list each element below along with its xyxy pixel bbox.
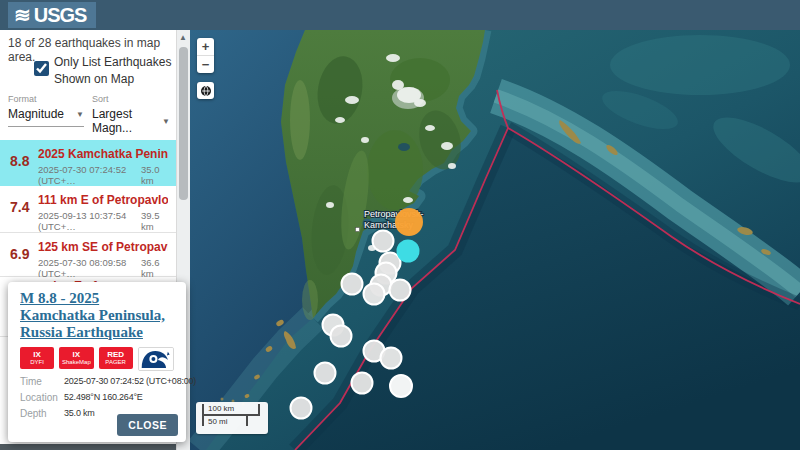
earthquake-datetime: 2025-07-30 08:09:58 (UTC+… bbox=[38, 257, 141, 279]
usgs-logo-text: USGS bbox=[34, 4, 87, 27]
filter-checkbox-row: Only List Earthquakes Shown on Map bbox=[30, 54, 180, 89]
earthquake-marker[interactable] bbox=[352, 373, 373, 394]
earthquake-marker[interactable] bbox=[390, 280, 411, 301]
earthquake-list-item-1[interactable]: 8.8 2025 Kamchatka Peninsula, … 2025-07-… bbox=[0, 140, 176, 186]
map-canvas[interactable]: Petropavlovsk- Kamchatsky bbox=[190, 30, 800, 450]
format-select[interactable]: Format Magnitude ▼ bbox=[8, 94, 84, 127]
kronotsky-lake bbox=[398, 143, 410, 151]
tsunami-wave-icon[interactable] bbox=[138, 347, 174, 371]
depth-label: Depth bbox=[20, 408, 64, 419]
earthquake-datetime: 2025-09-13 10:37:54 (UTC+… bbox=[38, 210, 141, 232]
format-value: Magnitude bbox=[8, 107, 64, 121]
scroll-up-arrow-icon[interactable]: ▲ bbox=[179, 33, 187, 42]
list-footer-strip bbox=[0, 444, 176, 450]
magnitude-badge: 6.9 bbox=[10, 246, 29, 262]
earthquake-marker[interactable] bbox=[315, 363, 336, 384]
close-button[interactable]: CLOSE bbox=[117, 414, 178, 436]
city-dot bbox=[356, 228, 360, 232]
sort-select[interactable]: Sort Largest Magn... ▼ bbox=[92, 94, 170, 141]
location-value: 52.498°N 160.264°E bbox=[64, 392, 143, 403]
earthquake-datetime: 2025-07-30 07:24:52 (UTC+… bbox=[38, 164, 141, 186]
map-zoom-controls: + − bbox=[197, 38, 214, 73]
magnitude-badge: 8.8 bbox=[10, 153, 29, 169]
chevron-down-icon: ▼ bbox=[76, 110, 84, 119]
earthquake-marker[interactable] bbox=[342, 274, 363, 295]
earthquake-depth: 35.0 km bbox=[141, 164, 168, 186]
chevron-down-icon: ▼ bbox=[162, 117, 170, 126]
map-scale-bar: 100 km 50 mi bbox=[196, 402, 268, 434]
magnitude-badge: 7.4 bbox=[10, 199, 29, 215]
usgs-logo[interactable]: ≋ USGS bbox=[8, 2, 96, 28]
globe-icon bbox=[200, 85, 212, 97]
time-value: 2025-07-30 07:24:52 (UTC+08:00) bbox=[64, 376, 196, 387]
app-header: ≋ USGS bbox=[0, 0, 800, 30]
time-label: Time bbox=[20, 376, 64, 387]
globe-view-button[interactable] bbox=[197, 82, 214, 99]
earthquake-title: 111 km E of Petropavlovsk-… bbox=[38, 193, 168, 207]
location-label: Location bbox=[20, 392, 64, 403]
earthquake-marker[interactable] bbox=[390, 375, 412, 397]
earthquake-marker[interactable] bbox=[397, 240, 420, 263]
earthquake-marker[interactable] bbox=[381, 348, 402, 369]
earthquake-marker[interactable] bbox=[291, 398, 312, 419]
only-map-earthquakes-checkbox[interactable] bbox=[34, 61, 49, 76]
dyfi-badge[interactable]: IXDYFI bbox=[20, 347, 54, 369]
sort-value: Largest Magn... bbox=[92, 107, 162, 135]
earthquake-marker[interactable] bbox=[364, 284, 385, 305]
format-label: Format bbox=[8, 94, 84, 104]
earthquake-list-item-3[interactable]: 6.9 125 km SE of Petropavlovsk… 2025-07-… bbox=[0, 233, 176, 277]
sort-label: Sort bbox=[92, 94, 170, 104]
pager-badge[interactable]: REDPAGER bbox=[99, 347, 133, 369]
earthquake-title: 125 km SE of Petropavlovsk… bbox=[38, 240, 168, 254]
depth-value: 35.0 km bbox=[64, 408, 95, 419]
shakemap-badge[interactable]: IXShakeMap bbox=[59, 347, 93, 369]
usgs-wave-icon: ≋ bbox=[14, 5, 31, 25]
earthquake-title: 2025 Kamchatka Peninsula, … bbox=[38, 147, 168, 161]
zoom-out-button[interactable]: − bbox=[197, 55, 214, 73]
earthquake-detail-popup: M 8.8 - 2025 Kamchatka Peninsula, Russia… bbox=[8, 282, 186, 442]
zoom-in-button[interactable]: + bbox=[197, 38, 214, 55]
earthquake-marker[interactable] bbox=[331, 326, 352, 347]
scrollbar-thumb[interactable] bbox=[179, 47, 188, 200]
earthquake-marker[interactable] bbox=[395, 208, 423, 236]
scale-mi: 50 mi bbox=[202, 414, 248, 426]
event-page-link[interactable]: M 8.8 - 2025 Kamchatka Peninsula, Russia… bbox=[20, 290, 174, 341]
earthquake-list-item-2[interactable]: 7.4 111 km E of Petropavlovsk-… 2025-09-… bbox=[0, 186, 176, 233]
earthquake-depth: 36.6 km bbox=[141, 257, 168, 279]
filter-checkbox-label[interactable]: Only List Earthquakes Shown on Map bbox=[54, 54, 180, 89]
impact-badges: IXDYFI IXShakeMap REDPAGER bbox=[20, 347, 174, 371]
earthquake-marker[interactable] bbox=[373, 231, 394, 252]
earthquake-depth: 39.5 km bbox=[141, 210, 168, 232]
